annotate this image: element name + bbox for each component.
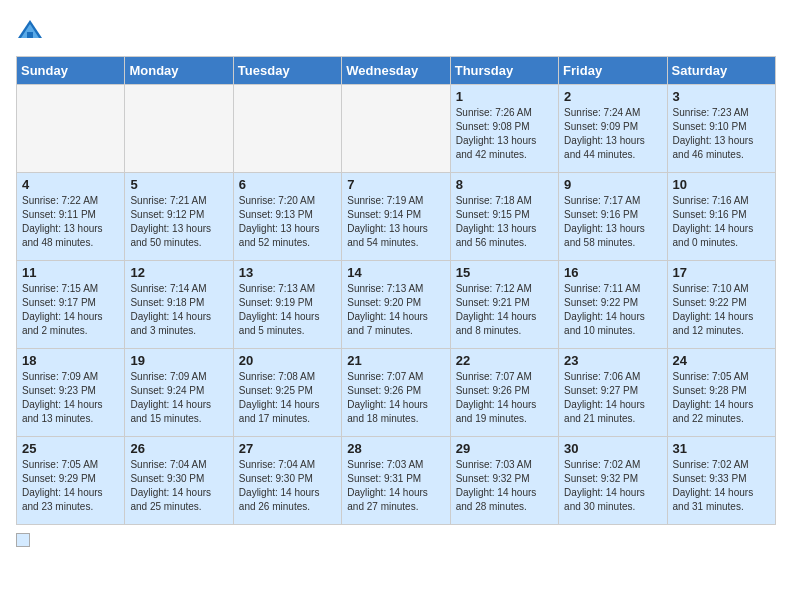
day-info: Sunrise: 7:02 AMSunset: 9:32 PMDaylight:… [564,458,661,514]
day-number: 22 [456,353,553,368]
day-number: 6 [239,177,336,192]
day-info: Sunrise: 7:16 AMSunset: 9:16 PMDaylight:… [673,194,770,250]
day-number: 18 [22,353,119,368]
svg-rect-2 [27,32,33,38]
week-row-4: 18Sunrise: 7:09 AMSunset: 9:23 PMDayligh… [17,349,776,437]
day-info: Sunrise: 7:04 AMSunset: 9:30 PMDaylight:… [239,458,336,514]
day-number: 23 [564,353,661,368]
header-monday: Monday [125,57,233,85]
calendar-cell: 9Sunrise: 7:17 AMSunset: 9:16 PMDaylight… [559,173,667,261]
day-number: 8 [456,177,553,192]
calendar-cell: 7Sunrise: 7:19 AMSunset: 9:14 PMDaylight… [342,173,450,261]
header-saturday: Saturday [667,57,775,85]
header-friday: Friday [559,57,667,85]
calendar-cell: 4Sunrise: 7:22 AMSunset: 9:11 PMDaylight… [17,173,125,261]
calendar-cell: 2Sunrise: 7:24 AMSunset: 9:09 PMDaylight… [559,85,667,173]
day-number: 1 [456,89,553,104]
day-number: 27 [239,441,336,456]
day-number: 24 [673,353,770,368]
calendar-cell: 5Sunrise: 7:21 AMSunset: 9:12 PMDaylight… [125,173,233,261]
day-number: 25 [22,441,119,456]
calendar-cell: 20Sunrise: 7:08 AMSunset: 9:25 PMDayligh… [233,349,341,437]
calendar-cell: 23Sunrise: 7:06 AMSunset: 9:27 PMDayligh… [559,349,667,437]
day-info: Sunrise: 7:21 AMSunset: 9:12 PMDaylight:… [130,194,227,250]
day-number: 16 [564,265,661,280]
day-number: 15 [456,265,553,280]
day-info: Sunrise: 7:20 AMSunset: 9:13 PMDaylight:… [239,194,336,250]
calendar-cell: 1Sunrise: 7:26 AMSunset: 9:08 PMDaylight… [450,85,558,173]
day-number: 4 [22,177,119,192]
day-number: 11 [22,265,119,280]
calendar-cell: 12Sunrise: 7:14 AMSunset: 9:18 PMDayligh… [125,261,233,349]
day-number: 21 [347,353,444,368]
calendar-cell: 22Sunrise: 7:07 AMSunset: 9:26 PMDayligh… [450,349,558,437]
day-number: 5 [130,177,227,192]
header-wednesday: Wednesday [342,57,450,85]
day-number: 7 [347,177,444,192]
day-number: 30 [564,441,661,456]
header-sunday: Sunday [17,57,125,85]
day-number: 26 [130,441,227,456]
day-number: 9 [564,177,661,192]
day-info: Sunrise: 7:12 AMSunset: 9:21 PMDaylight:… [456,282,553,338]
day-info: Sunrise: 7:18 AMSunset: 9:15 PMDaylight:… [456,194,553,250]
day-number: 14 [347,265,444,280]
day-number: 31 [673,441,770,456]
daylight-box [16,533,30,547]
header-tuesday: Tuesday [233,57,341,85]
day-info: Sunrise: 7:09 AMSunset: 9:24 PMDaylight:… [130,370,227,426]
calendar-table: SundayMondayTuesdayWednesdayThursdayFrid… [16,56,776,525]
header-row: SundayMondayTuesdayWednesdayThursdayFrid… [17,57,776,85]
day-info: Sunrise: 7:05 AMSunset: 9:28 PMDaylight:… [673,370,770,426]
calendar-cell [17,85,125,173]
calendar-cell: 29Sunrise: 7:03 AMSunset: 9:32 PMDayligh… [450,437,558,525]
day-info: Sunrise: 7:03 AMSunset: 9:32 PMDaylight:… [456,458,553,514]
day-info: Sunrise: 7:24 AMSunset: 9:09 PMDaylight:… [564,106,661,162]
day-info: Sunrise: 7:10 AMSunset: 9:22 PMDaylight:… [673,282,770,338]
day-number: 19 [130,353,227,368]
day-number: 13 [239,265,336,280]
day-number: 28 [347,441,444,456]
week-row-2: 4Sunrise: 7:22 AMSunset: 9:11 PMDaylight… [17,173,776,261]
calendar-cell: 3Sunrise: 7:23 AMSunset: 9:10 PMDaylight… [667,85,775,173]
calendar-cell: 18Sunrise: 7:09 AMSunset: 9:23 PMDayligh… [17,349,125,437]
week-row-1: 1Sunrise: 7:26 AMSunset: 9:08 PMDaylight… [17,85,776,173]
logo [16,16,48,44]
day-info: Sunrise: 7:13 AMSunset: 9:19 PMDaylight:… [239,282,336,338]
day-info: Sunrise: 7:07 AMSunset: 9:26 PMDaylight:… [456,370,553,426]
page-header [16,16,776,44]
calendar-cell: 26Sunrise: 7:04 AMSunset: 9:30 PMDayligh… [125,437,233,525]
day-info: Sunrise: 7:11 AMSunset: 9:22 PMDaylight:… [564,282,661,338]
calendar-cell: 11Sunrise: 7:15 AMSunset: 9:17 PMDayligh… [17,261,125,349]
day-info: Sunrise: 7:19 AMSunset: 9:14 PMDaylight:… [347,194,444,250]
day-info: Sunrise: 7:08 AMSunset: 9:25 PMDaylight:… [239,370,336,426]
day-info: Sunrise: 7:23 AMSunset: 9:10 PMDaylight:… [673,106,770,162]
day-info: Sunrise: 7:17 AMSunset: 9:16 PMDaylight:… [564,194,661,250]
day-info: Sunrise: 7:04 AMSunset: 9:30 PMDaylight:… [130,458,227,514]
footer [16,533,776,547]
day-number: 17 [673,265,770,280]
day-info: Sunrise: 7:22 AMSunset: 9:11 PMDaylight:… [22,194,119,250]
week-row-3: 11Sunrise: 7:15 AMSunset: 9:17 PMDayligh… [17,261,776,349]
calendar-cell: 30Sunrise: 7:02 AMSunset: 9:32 PMDayligh… [559,437,667,525]
day-info: Sunrise: 7:07 AMSunset: 9:26 PMDaylight:… [347,370,444,426]
calendar-cell: 25Sunrise: 7:05 AMSunset: 9:29 PMDayligh… [17,437,125,525]
calendar-cell: 8Sunrise: 7:18 AMSunset: 9:15 PMDaylight… [450,173,558,261]
day-number: 20 [239,353,336,368]
calendar-cell: 31Sunrise: 7:02 AMSunset: 9:33 PMDayligh… [667,437,775,525]
day-info: Sunrise: 7:05 AMSunset: 9:29 PMDaylight:… [22,458,119,514]
day-number: 29 [456,441,553,456]
day-info: Sunrise: 7:06 AMSunset: 9:27 PMDaylight:… [564,370,661,426]
day-info: Sunrise: 7:14 AMSunset: 9:18 PMDaylight:… [130,282,227,338]
header-thursday: Thursday [450,57,558,85]
calendar-cell: 15Sunrise: 7:12 AMSunset: 9:21 PMDayligh… [450,261,558,349]
day-info: Sunrise: 7:13 AMSunset: 9:20 PMDaylight:… [347,282,444,338]
calendar-cell: 28Sunrise: 7:03 AMSunset: 9:31 PMDayligh… [342,437,450,525]
logo-icon [16,16,44,44]
calendar-cell: 14Sunrise: 7:13 AMSunset: 9:20 PMDayligh… [342,261,450,349]
calendar-cell: 13Sunrise: 7:13 AMSunset: 9:19 PMDayligh… [233,261,341,349]
day-number: 3 [673,89,770,104]
calendar-cell [125,85,233,173]
day-number: 12 [130,265,227,280]
calendar-cell: 24Sunrise: 7:05 AMSunset: 9:28 PMDayligh… [667,349,775,437]
